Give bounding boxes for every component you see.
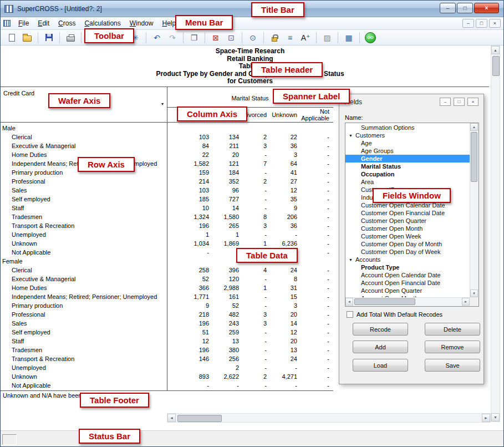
data-cell[interactable]: - — [167, 248, 210, 257]
data-cell[interactable]: 1,582 — [167, 159, 210, 168]
field-item[interactable]: Customer Open Financial Date — [345, 209, 470, 217]
field-item[interactable]: Gender — [345, 155, 470, 162]
data-cell[interactable]: 12 — [268, 186, 298, 195]
data-cell[interactable]: 4,271 — [268, 372, 298, 381]
data-cell[interactable]: - — [240, 328, 268, 337]
data-cell[interactable]: 13 — [268, 346, 298, 354]
fields-list-scroll-thumb[interactable] — [471, 132, 477, 182]
vertical-scroll-thumb[interactable] — [492, 56, 500, 76]
row-label[interactable]: Unknown — [1, 372, 167, 381]
field-item[interactable]: Summation Options — [345, 124, 470, 131]
add-total-checkbox[interactable] — [347, 311, 353, 318]
data-cell[interactable]: 366 — [167, 283, 210, 292]
data-cell[interactable]: 15 — [268, 292, 298, 301]
data-cell[interactable]: 120 — [210, 275, 240, 283]
data-cell[interactable]: 8 — [240, 212, 268, 221]
horizontal-scroll-thumb[interactable] — [177, 415, 222, 422]
scroll-left-icon[interactable]: ◄ — [167, 414, 176, 422]
row-label[interactable]: Staff — [1, 204, 167, 212]
wafer-dropdown-button[interactable]: ▼ — [158, 87, 167, 121]
data-cell[interactable]: 1,034 — [167, 239, 210, 248]
fields-minimize-button[interactable]: – — [440, 98, 451, 106]
data-cell[interactable]: - — [268, 363, 298, 372]
mdi-close-button[interactable]: × — [489, 19, 501, 28]
data-cell[interactable]: 3 — [268, 150, 298, 159]
data-cell[interactable]: 3 — [240, 310, 268, 319]
shading-icon[interactable]: ▨ — [320, 31, 334, 44]
undo-icon[interactable]: ↶ — [150, 31, 164, 44]
data-cell[interactable]: 2 — [210, 363, 240, 372]
data-cell[interactable]: 243 — [210, 319, 240, 328]
data-cell[interactable]: 184 — [210, 168, 240, 177]
data-cell[interactable]: - — [240, 301, 268, 310]
data-cell[interactable]: 218 — [167, 310, 210, 319]
scroll-up-icon[interactable]: ▲ — [470, 123, 478, 131]
data-cell[interactable]: 258 — [167, 266, 210, 275]
fields-add-button[interactable]: Add — [353, 341, 408, 353]
data-cell[interactable]: 196 — [167, 346, 210, 354]
data-cell[interactable]: 211 — [210, 141, 240, 150]
menu-edit[interactable]: Edit — [33, 18, 54, 29]
fields-close-button[interactable]: × — [467, 98, 478, 106]
data-cell[interactable]: 22 — [268, 133, 298, 141]
data-cell[interactable]: 14 — [268, 319, 298, 328]
data-cell[interactable]: 64 — [268, 159, 298, 168]
data-cell[interactable]: 96 — [210, 186, 240, 195]
data-cell[interactable]: 146 — [167, 354, 210, 363]
data-cell[interactable]: 10 — [167, 204, 210, 212]
field-item[interactable]: Customer Open Month — [345, 225, 470, 232]
data-cell[interactable]: 1 — [240, 283, 268, 292]
new-table-icon[interactable] — [4, 31, 19, 44]
fields-window[interactable]: Fields – □ × Name: Summation Options▼Cus… — [339, 94, 484, 384]
fields-window-titlebar[interactable]: Fields – □ × — [339, 94, 483, 109]
data-cell[interactable]: 3 — [268, 301, 298, 310]
mdi-restore-button[interactable]: □ — [476, 19, 487, 28]
fields-remove-button[interactable]: Remove — [425, 341, 480, 353]
fields-delete-button[interactable]: Delete — [425, 323, 480, 336]
data-cell[interactable]: 35 — [268, 195, 298, 204]
data-cell[interactable]: 24 — [268, 266, 298, 275]
data-cell[interactable]: - — [298, 337, 330, 346]
row-label[interactable]: Sales — [1, 319, 167, 328]
fields-maximize-button[interactable]: □ — [454, 98, 465, 106]
data-cell[interactable]: 52 — [210, 301, 240, 310]
data-cell[interactable]: - — [167, 381, 210, 390]
field-item[interactable]: Customer Open Week — [345, 232, 470, 240]
data-cell[interactable]: - — [298, 363, 330, 372]
vertical-scrollbar[interactable]: ▲ ▼ — [491, 45, 500, 422]
row-label[interactable]: Home Duties — [1, 283, 167, 292]
field-item[interactable]: ▼Accounts — [345, 256, 470, 263]
data-cell[interactable]: 482 — [210, 310, 240, 319]
row-label[interactable]: Sales — [1, 186, 167, 195]
font-size-icon[interactable]: A⁺ — [298, 31, 313, 44]
data-cell[interactable]: - — [240, 168, 268, 177]
mdi-child-icon[interactable] — [3, 20, 11, 27]
fields-recode-button[interactable]: Recode — [353, 323, 408, 336]
data-cell[interactable]: 214 — [167, 177, 210, 186]
data-cell[interactable]: 103 — [167, 186, 210, 195]
data-cell[interactable]: 2,988 — [210, 283, 240, 292]
scroll-up-icon[interactable]: ▲ — [491, 46, 500, 54]
data-cell[interactable]: - — [298, 204, 330, 212]
data-cell[interactable]: 1,324 — [167, 212, 210, 221]
data-cell[interactable]: 185 — [167, 195, 210, 204]
data-cell[interactable]: 265 — [210, 221, 240, 230]
fields-load-button[interactable]: Load — [353, 359, 408, 372]
data-cell[interactable]: 1 — [167, 230, 210, 239]
row-label[interactable]: Unemployed — [1, 363, 167, 372]
data-cell[interactable]: - — [298, 301, 330, 310]
row-label[interactable]: Independent Means; Retired; Pensioner; U… — [1, 292, 167, 301]
data-cell[interactable]: - — [298, 275, 330, 283]
data-cell[interactable]: 12 — [167, 337, 210, 346]
field-item[interactable]: Account Open Calendar Date — [345, 271, 470, 279]
scroll-right-icon[interactable]: ► — [462, 298, 470, 306]
data-cell[interactable]: - — [298, 310, 330, 319]
fields-save-button[interactable]: Save — [425, 359, 480, 372]
data-cell[interactable]: 84 — [167, 141, 210, 150]
data-cell[interactable]: 2,622 — [210, 372, 240, 381]
field-item[interactable]: Age Groups — [345, 147, 470, 155]
data-cell[interactable]: 159 — [167, 168, 210, 177]
data-cell[interactable]: 7 — [240, 159, 268, 168]
column-header[interactable]: Not Applicable — [298, 108, 330, 121]
data-cell[interactable]: 9 — [268, 204, 298, 212]
